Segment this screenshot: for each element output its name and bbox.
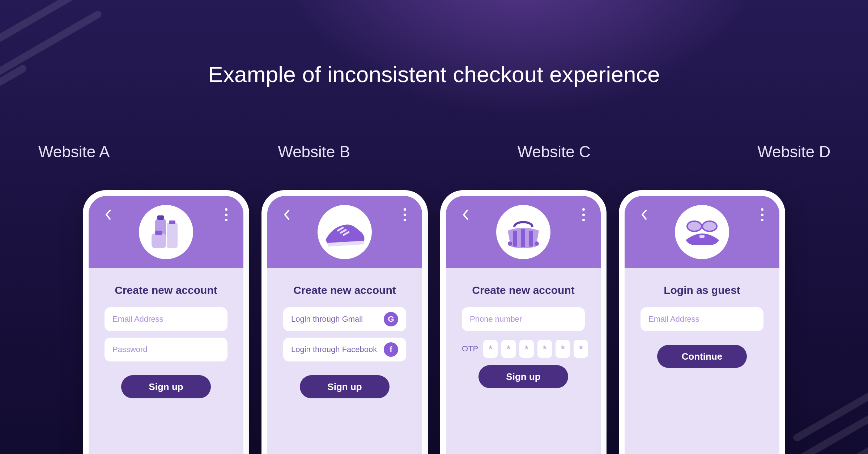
phone-input[interactable] <box>470 314 577 324</box>
svg-rect-13 <box>699 235 705 238</box>
facebook-login-row[interactable]: Login through Facebook f <box>283 338 406 361</box>
website-label-c: Website C <box>480 143 628 161</box>
otp-box[interactable]: * <box>537 340 552 358</box>
signup-button[interactable]: Sign up <box>478 365 568 388</box>
phone-website-c: Create new account OTP * * * * * * Sign … <box>440 190 607 454</box>
svg-point-12 <box>702 221 717 231</box>
screen-header-a <box>89 196 243 268</box>
email-input[interactable] <box>112 314 220 324</box>
otp-label: OTP <box>462 344 478 354</box>
content-heading: Create new account <box>115 284 217 296</box>
otp-row: OTP * * * * * * <box>462 340 585 358</box>
email-field[interactable] <box>641 307 763 331</box>
screen-a: Create new account Sign up <box>89 196 243 454</box>
product-avatar-glasses <box>675 205 729 259</box>
svg-rect-4 <box>152 234 166 248</box>
svg-point-11 <box>687 221 702 231</box>
svg-rect-3 <box>169 220 175 224</box>
svg-point-9 <box>508 241 512 246</box>
svg-point-10 <box>535 241 539 246</box>
chevron-left-icon <box>282 210 291 220</box>
chevron-left-icon <box>640 210 648 220</box>
back-button[interactable] <box>100 207 116 223</box>
screen-c: Create new account OTP * * * * * * Sign … <box>446 196 601 454</box>
page-title: Example of inconsistent checkout experie… <box>0 61 868 87</box>
otp-box[interactable]: * <box>556 340 570 358</box>
password-field[interactable] <box>105 338 227 361</box>
website-labels-row: Website A Website B Website C Website D <box>0 143 868 161</box>
phones-row: Create new account Sign up <box>0 190 868 454</box>
screen-content-a: Create new account Sign up <box>89 268 243 454</box>
back-button[interactable] <box>279 207 295 223</box>
screen-header-d <box>625 196 779 268</box>
glasses-icon <box>678 210 726 254</box>
screen-header-b <box>267 196 422 268</box>
product-avatar-sneaker <box>318 205 372 259</box>
phone-field[interactable] <box>462 307 585 331</box>
otp-box[interactable]: * <box>483 340 498 358</box>
sneaker-icon <box>321 210 368 254</box>
content-heading: Login as guest <box>664 284 740 296</box>
content-heading: Create new account <box>293 284 396 296</box>
kebab-menu[interactable] <box>756 205 769 224</box>
toiletries-icon <box>144 210 188 254</box>
facebook-login-label: Login through Facebook <box>291 345 379 354</box>
screen-d: Login as guest Continue <box>625 196 779 454</box>
product-avatar-handbag <box>496 205 550 259</box>
gmail-login-label: Login through Gmail <box>291 314 379 324</box>
kebab-menu[interactable] <box>577 205 590 224</box>
screen-content-b: Create new account Login through Gmail G… <box>267 268 422 454</box>
screen-b: Create new account Login through Gmail G… <box>267 196 422 454</box>
svg-rect-7 <box>521 229 525 247</box>
gmail-login-row[interactable]: Login through Gmail G <box>283 307 406 331</box>
chevron-left-icon <box>104 210 112 220</box>
phone-website-b: Create new account Login through Gmail G… <box>261 190 428 454</box>
back-button[interactable] <box>636 207 652 223</box>
screen-content-d: Login as guest Continue <box>625 268 779 454</box>
kebab-menu[interactable] <box>220 205 233 224</box>
otp-box[interactable]: * <box>519 340 534 358</box>
password-input[interactable] <box>112 345 220 354</box>
svg-rect-5 <box>155 231 162 235</box>
kebab-menu[interactable] <box>398 205 411 224</box>
product-avatar-toiletries <box>139 205 193 259</box>
otp-box[interactable]: * <box>501 340 516 358</box>
chevron-left-icon <box>461 210 470 220</box>
website-label-d: Website D <box>720 143 868 161</box>
svg-rect-1 <box>157 215 164 220</box>
svg-rect-6 <box>513 231 517 247</box>
signup-button[interactable]: Sign up <box>300 375 390 398</box>
facebook-icon: f <box>384 342 398 357</box>
gmail-icon: G <box>384 312 398 326</box>
phone-website-a: Create new account Sign up <box>83 190 249 454</box>
handbag-icon <box>500 210 547 254</box>
phone-website-d: Login as guest Continue <box>619 190 785 454</box>
content-heading: Create new account <box>472 284 574 296</box>
signup-button[interactable]: Sign up <box>121 375 211 398</box>
svg-rect-8 <box>529 231 533 247</box>
website-label-b: Website B <box>240 143 388 161</box>
screen-header-c <box>446 196 601 268</box>
continue-button[interactable]: Continue <box>657 345 747 368</box>
svg-rect-2 <box>167 223 178 248</box>
otp-boxes: * * * * * * <box>483 340 588 358</box>
email-input[interactable] <box>648 314 756 324</box>
screen-content-c: Create new account OTP * * * * * * Sign … <box>446 268 601 454</box>
email-field[interactable] <box>105 307 227 331</box>
otp-box[interactable]: * <box>574 340 588 358</box>
website-label-a: Website A <box>0 143 148 161</box>
back-button[interactable] <box>458 207 473 223</box>
